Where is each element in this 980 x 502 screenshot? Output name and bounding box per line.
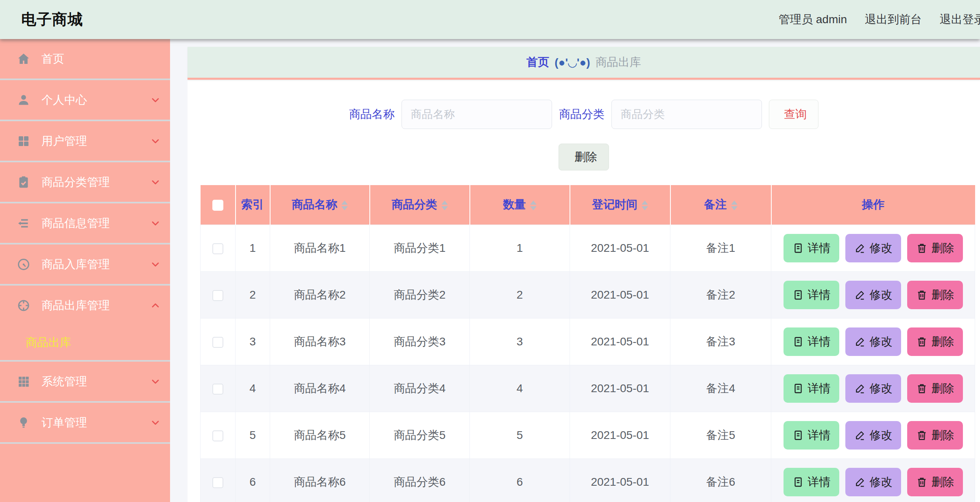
row-checkbox[interactable] <box>212 430 223 441</box>
edit-icon <box>854 382 866 395</box>
cell-category: 商品分类4 <box>370 365 470 412</box>
cell-category: 商品分类5 <box>370 412 470 458</box>
delete-button-label: 删除 <box>932 287 954 303</box>
edit-button-label: 修改 <box>870 474 893 490</box>
detail-button-label: 详情 <box>808 474 831 490</box>
edit-button[interactable]: 修改 <box>845 374 901 403</box>
sidebar-item-product-inbound-management[interactable]: 商品入库管理 <box>0 244 170 284</box>
detail-button[interactable]: 详情 <box>784 234 839 262</box>
delete-button[interactable]: 删除 <box>907 234 963 262</box>
cell-quantity: 2 <box>470 271 570 318</box>
row-checkbox[interactable] <box>212 337 223 348</box>
filter-bar: 商品名称 商品分类 查询 <box>188 100 980 129</box>
product-category-input[interactable] <box>611 100 762 129</box>
batch-delete-button[interactable]: 删除 <box>559 144 609 170</box>
delete-button[interactable]: 删除 <box>907 281 963 309</box>
product-name-input[interactable] <box>402 100 552 129</box>
delete-button-label: 删除 <box>932 240 954 256</box>
edit-button[interactable]: 修改 <box>845 234 901 262</box>
cell-checkbox <box>201 271 236 318</box>
cell-checkbox <box>201 318 236 365</box>
bulb-icon <box>16 415 31 430</box>
row-checkbox[interactable] <box>212 384 223 395</box>
cell-index: 2 <box>236 271 270 318</box>
cell-quantity: 4 <box>470 365 570 412</box>
back-to-frontend-link[interactable]: 退出到前台 <box>865 12 922 27</box>
sort-icon[interactable] <box>642 201 648 210</box>
sort-icon[interactable] <box>530 201 537 210</box>
cell-index: 1 <box>236 225 270 271</box>
cell-index: 4 <box>236 365 270 412</box>
trash-icon <box>916 289 928 301</box>
detail-button-label: 详情 <box>808 240 831 256</box>
delete-button[interactable]: 删除 <box>907 468 963 496</box>
delete-button[interactable]: 删除 <box>907 421 963 450</box>
row-checkbox[interactable] <box>212 290 223 301</box>
cell-checkbox <box>201 412 236 458</box>
app-title: 电子商城 <box>21 0 83 39</box>
column-header-date[interactable]: 登记时间 <box>570 185 670 225</box>
delete-button-label: 删除 <box>932 428 954 443</box>
sidebar-item-system-management[interactable]: 系统管理 <box>0 362 170 401</box>
detail-button[interactable]: 详情 <box>784 468 839 496</box>
breadcrumb: 首页 (●'◡'●) 商品出库 <box>188 47 980 80</box>
edit-button[interactable]: 修改 <box>845 468 901 496</box>
detail-button[interactable]: 详情 <box>784 374 839 403</box>
sort-icon[interactable] <box>441 201 448 210</box>
logout-link[interactable]: 退出登录 <box>940 12 980 27</box>
product-name-label: 商品名称 <box>349 107 395 122</box>
edit-icon <box>854 242 866 254</box>
sidebar-group-product-info-management: 商品信息管理 <box>0 203 170 244</box>
edit-button[interactable]: 修改 <box>845 421 901 450</box>
sidebar-item-label: 个人中心 <box>41 92 150 108</box>
delete-button[interactable]: 删除 <box>907 374 963 403</box>
edit-button[interactable]: 修改 <box>845 281 901 309</box>
sort-icon[interactable] <box>341 201 348 210</box>
cell-category: 商品分类3 <box>370 318 470 365</box>
row-checkbox[interactable] <box>212 243 223 254</box>
cell-name: 商品名称1 <box>270 225 370 271</box>
detail-button[interactable]: 详情 <box>784 327 839 356</box>
sidebar-item-product-info-management[interactable]: 商品信息管理 <box>0 203 170 243</box>
trash-icon <box>916 476 928 488</box>
cell-name: 商品名称6 <box>270 458 370 502</box>
column-header-name[interactable]: 商品名称 <box>270 185 370 225</box>
chevron-down-icon <box>150 177 161 188</box>
search-button[interactable]: 查询 <box>769 100 818 129</box>
cell-index: 3 <box>236 318 270 365</box>
batch-action-bar: 删除 <box>188 144 980 170</box>
cell-checkbox <box>201 365 236 412</box>
row-checkbox[interactable] <box>212 477 223 488</box>
sidebar-item-product-outbound-management[interactable]: 商品出库管理 <box>0 286 170 325</box>
select-all-checkbox[interactable] <box>212 200 223 211</box>
delete-button-label: 删除 <box>932 334 954 349</box>
column-header-category[interactable]: 商品分类 <box>370 185 470 225</box>
detail-button[interactable]: 详情 <box>784 281 839 309</box>
cell-actions: 详情修改删除 <box>771 365 975 412</box>
sort-icon[interactable] <box>731 201 738 210</box>
edit-button-label: 修改 <box>870 240 893 256</box>
edit-button-label: 修改 <box>870 428 893 443</box>
sidebar-item-home[interactable]: 首页 <box>0 39 170 79</box>
breadcrumb-home-link[interactable]: 首页 <box>526 55 549 70</box>
admin-user-link[interactable]: 管理员 admin <box>779 12 847 27</box>
sidebar-item-product-category-management[interactable]: 商品分类管理 <box>0 162 170 202</box>
column-header-label: 索引 <box>241 198 264 211</box>
cell-date: 2021-05-01 <box>570 412 670 458</box>
table-row: 4商品名称4商品分类442021-05-01备注4详情修改删除 <box>201 365 975 412</box>
sidebar-item-order-management[interactable]: 订单管理 <box>0 403 170 442</box>
detail-button[interactable]: 详情 <box>784 421 839 450</box>
sidebar-item-user-management[interactable]: 用户管理 <box>0 121 170 161</box>
cell-name: 商品名称4 <box>270 365 370 412</box>
column-header-quantity[interactable]: 数量 <box>470 185 570 225</box>
chevron-down-icon <box>150 94 161 106</box>
batch-delete-label: 删除 <box>574 149 597 165</box>
sidebar-subitem-product-outbound[interactable]: 商品出库 <box>0 325 170 360</box>
delete-button[interactable]: 删除 <box>907 327 963 356</box>
detail-button-label: 详情 <box>808 287 831 303</box>
table-row: 3商品名称3商品分类332021-05-01备注3详情修改删除 <box>201 318 975 365</box>
column-header-note[interactable]: 备注 <box>670 185 771 225</box>
sidebar-item-personal-center[interactable]: 个人中心 <box>0 80 170 120</box>
cell-date: 2021-05-01 <box>570 225 670 271</box>
edit-button[interactable]: 修改 <box>845 327 901 356</box>
